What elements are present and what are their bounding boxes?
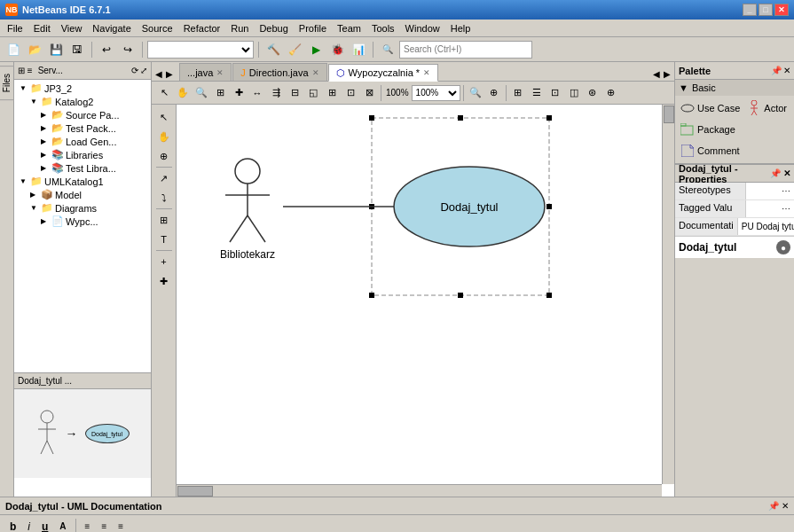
new-button[interactable]: 📄	[4, 40, 23, 59]
zoom-in-btn[interactable]: ⊕	[485, 84, 503, 102]
text-tool[interactable]: T	[155, 231, 173, 248]
tool7[interactable]: ⇶	[267, 84, 285, 102]
diag-btn-more[interactable]: ⊡	[546, 84, 564, 102]
tool8[interactable]: ⊟	[286, 84, 303, 102]
tree-sync-icon[interactable]: ⟳	[131, 66, 138, 75]
bold-button[interactable]: b	[5, 519, 20, 533]
align-center-button[interactable]: ≡	[97, 520, 111, 532]
props-pin-icon[interactable]: 📌	[770, 168, 781, 178]
tool11[interactable]: ⊡	[342, 84, 359, 102]
align-left-button[interactable]: ≡	[81, 520, 95, 532]
menu-window[interactable]: Window	[400, 21, 445, 35]
maximize-button[interactable]: □	[759, 4, 773, 16]
menu-tools[interactable]: Tools	[366, 21, 400, 35]
diagram-canvas[interactable]: ↖ ✋ ⊕ ↗ ⤵ ⊞ T + ✚	[152, 105, 674, 497]
redo-button[interactable]: ↪	[118, 40, 138, 59]
doc-close-icon[interactable]: ✕	[782, 501, 789, 511]
font-color-button[interactable]: A	[55, 520, 70, 532]
tab-java[interactable]: ...java ✕	[179, 63, 232, 81]
pan-tool[interactable]: ✋	[174, 84, 192, 102]
search-button[interactable]: 🔍	[378, 40, 397, 59]
align-right-button[interactable]: ≡	[114, 520, 128, 532]
tool10[interactable]: ⊞	[323, 84, 341, 102]
tree-item-libraries[interactable]: ▶ 📚 Libraries	[16, 148, 149, 161]
palette-item-actor[interactable]: Actor	[745, 99, 789, 117]
palette-section-header[interactable]: ▼ Basic	[675, 80, 794, 96]
props-edit-btn[interactable]: ⋯	[782, 204, 790, 214]
tree-item-testlibra[interactable]: ▶ 📚 Test Libra...	[16, 161, 149, 175]
vertical-scrollbar[interactable]	[662, 105, 674, 484]
tab-close-icon[interactable]: ✕	[312, 68, 319, 77]
profile-button[interactable]: 📊	[349, 40, 368, 59]
horizontal-scrollbar[interactable]	[177, 484, 662, 497]
props-close-icon[interactable]: ✕	[783, 168, 790, 178]
tab-nav-left[interactable]: ◀	[153, 67, 164, 81]
italic-button[interactable]: i	[23, 519, 35, 533]
tree-item-testpack[interactable]: ▶ 📂 Test Pack...	[16, 121, 149, 135]
plus2-tool[interactable]: ✚	[155, 272, 173, 290]
zoom-out-btn[interactable]: 🔍	[467, 84, 484, 102]
tool12[interactable]: ⊠	[360, 84, 378, 102]
select-tool-v[interactable]: ↖	[155, 108, 173, 126]
underline-button[interactable]: u	[37, 519, 52, 533]
tool9[interactable]: ◱	[304, 84, 322, 102]
select-tool[interactable]: ↖	[155, 84, 173, 102]
zoom-tool-v[interactable]: ⊕	[155, 147, 173, 165]
zoom-in-tool[interactable]: 🔍	[193, 84, 210, 102]
menu-run[interactable]: Run	[225, 21, 254, 35]
save-all-button[interactable]: 🖫	[67, 40, 87, 59]
tab-wypozyczalnia[interactable]: ⬡ Wypozyczalnia * ✕	[328, 64, 439, 82]
debug-run-button[interactable]: 🐞	[327, 40, 347, 59]
menu-view[interactable]: View	[56, 21, 88, 35]
h-scrollbar-thumb[interactable]	[177, 486, 213, 497]
palette-item-usecase[interactable]: Use Case	[679, 99, 742, 117]
tree-item-source[interactable]: ▶ 📂 Source Pa...	[16, 108, 149, 121]
connect-tool[interactable]: ↗	[155, 169, 173, 187]
diag-btn-extra[interactable]: ◫	[565, 84, 583, 102]
menu-debug[interactable]: Debug	[254, 21, 293, 35]
diag-btn-export[interactable]: ⊛	[584, 84, 601, 102]
menu-team[interactable]: Team	[332, 21, 366, 35]
tab-nav-right[interactable]: ▶	[164, 67, 175, 81]
menu-help[interactable]: Help	[445, 21, 476, 35]
pan-tool-v[interactable]: ✋	[155, 128, 173, 145]
tree-item-katalog2[interactable]: ▼ 📁 Katalog2	[16, 95, 149, 108]
open-button[interactable]: 📂	[25, 40, 44, 59]
grid-btn[interactable]: ⊞	[509, 84, 527, 102]
close-button[interactable]: ✕	[774, 4, 789, 16]
plus-tool[interactable]: +	[155, 253, 173, 270]
build-button[interactable]: 🔨	[263, 40, 283, 59]
project-selector[interactable]	[147, 41, 254, 59]
menu-edit[interactable]: Edit	[28, 21, 56, 35]
add-note[interactable]: ⊞	[155, 211, 173, 229]
tab-close-icon[interactable]: ✕	[216, 68, 224, 77]
zoom-fit-tool[interactable]: ⊞	[211, 84, 229, 102]
menu-navigate[interactable]: Navigate	[87, 21, 136, 35]
menu-refactor[interactable]: Refactor	[178, 21, 226, 35]
palette-item-package[interactable]: Package	[679, 121, 737, 138]
palette-close-icon[interactable]: ✕	[783, 66, 790, 75]
minimize-button[interactable]: _	[743, 4, 757, 16]
tool5[interactable]: ✚	[230, 84, 248, 102]
props-edit-btn[interactable]: ⋯	[782, 186, 790, 196]
menu-profile[interactable]: Profile	[294, 21, 332, 35]
tree-item-wypc[interactable]: ▶ 📄 Wypc...	[16, 215, 149, 228]
tab-close-icon[interactable]: ✕	[423, 68, 430, 77]
tree-item-loadgen[interactable]: ▶ 📂 Load Gen...	[16, 135, 149, 148]
tree-item-model[interactable]: ▶ 📦 Model	[16, 188, 149, 201]
tree-expand-icon[interactable]: ⤢	[140, 66, 147, 75]
run-button[interactable]: ▶	[306, 40, 326, 59]
undo-button[interactable]: ↩	[97, 40, 116, 59]
tree-item-jp3[interactable]: ▼ 📁 JP3_2	[16, 82, 149, 95]
search-input[interactable]	[399, 41, 532, 59]
tab-scroll-right[interactable]: ▶	[662, 67, 672, 81]
menu-file[interactable]: File	[2, 21, 28, 35]
tab-scroll-left[interactable]: ◀	[651, 67, 662, 81]
palette-pin-icon[interactable]: 📌	[771, 66, 782, 75]
tree-item-diagrams[interactable]: ▼ 📁 Diagrams	[16, 201, 149, 215]
clean-button[interactable]: 🧹	[285, 40, 304, 59]
tree-item-umlkatalog[interactable]: ▼ 📁 UMLKatalog1	[16, 175, 149, 188]
scrollbar-thumb[interactable]	[664, 106, 674, 123]
doc-pin-icon[interactable]: 📌	[768, 501, 779, 511]
tool6[interactable]: ↔	[248, 84, 266, 102]
